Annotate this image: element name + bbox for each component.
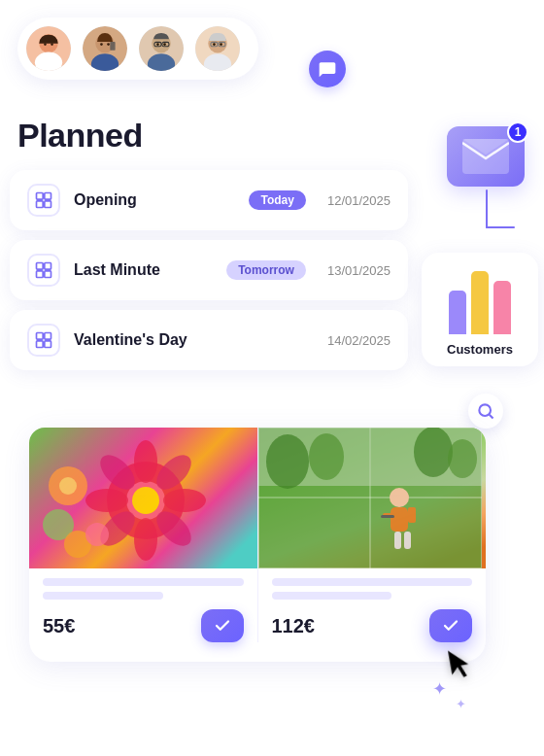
svg-rect-35 <box>45 271 51 278</box>
svg-point-22 <box>213 43 216 46</box>
svg-rect-38 <box>37 341 44 348</box>
svg-point-14 <box>156 43 159 46</box>
avatar-3 <box>136 23 187 74</box>
campaign-name-opening: Opening <box>74 191 235 209</box>
svg-point-67 <box>390 488 409 507</box>
svg-line-41 <box>490 415 493 419</box>
svg-point-15 <box>163 43 166 46</box>
svg-point-66 <box>448 439 477 478</box>
flowers-image <box>29 428 257 568</box>
campaign-icon-last-minute <box>27 254 60 287</box>
customers-chart <box>449 266 511 334</box>
badge-today: Today <box>249 190 305 210</box>
badge-tomorrow: Tomorrow <box>226 260 306 280</box>
sparkle-icon-2: ✦ <box>456 697 466 711</box>
chat-icon[interactable] <box>309 51 346 87</box>
sparkle-icon-1: ✦ <box>432 678 447 700</box>
line1 <box>43 578 244 586</box>
mail-badge: 1 <box>507 121 528 143</box>
product-card-tennis[interactable]: 112€ <box>258 428 487 642</box>
svg-point-45 <box>134 518 157 561</box>
svg-rect-28 <box>37 193 44 200</box>
customers-label: Customers <box>447 342 513 357</box>
line2 <box>43 592 163 600</box>
svg-rect-34 <box>37 271 44 278</box>
campaign-name-last-minute: Last Minute <box>74 261 213 279</box>
campaigns-list: Opening Today 12/01/2025 Last Minute Tom… <box>10 170 408 370</box>
svg-rect-70 <box>408 507 416 523</box>
campaign-date-last-minute: 13/01/2025 <box>327 263 391 278</box>
line1 <box>272 578 473 586</box>
campaign-card-last-minute[interactable]: Last Minute Tomorrow 13/01/2025 <box>10 240 408 300</box>
search-icon[interactable] <box>468 394 503 429</box>
campaign-icon-valentines <box>27 324 60 357</box>
bar-purple <box>449 291 466 334</box>
campaign-icon-opening <box>27 184 60 217</box>
bar-yellow <box>471 271 489 334</box>
svg-rect-72 <box>394 532 401 549</box>
svg-point-44 <box>134 440 157 483</box>
mail-connector-h <box>486 226 515 228</box>
svg-point-47 <box>163 489 206 512</box>
campaign-name-valentines: Valentine's Day <box>74 331 314 349</box>
svg-rect-29 <box>45 193 51 200</box>
svg-point-4 <box>51 43 53 46</box>
svg-point-65 <box>414 428 453 477</box>
svg-point-9 <box>107 43 110 46</box>
svg-point-64 <box>309 433 344 480</box>
svg-rect-31 <box>45 201 51 208</box>
customers-widget: Customers <box>422 253 538 366</box>
tennis-check-button[interactable] <box>429 609 472 642</box>
flowers-footer: 55€ <box>29 605 257 642</box>
svg-rect-32 <box>37 263 44 270</box>
svg-point-23 <box>220 43 222 46</box>
tennis-footer: 112€ <box>258 605 487 642</box>
svg-point-7 <box>91 53 119 74</box>
svg-point-46 <box>85 489 128 512</box>
campaign-date-valentines: 14/02/2025 <box>327 333 391 348</box>
tennis-lines <box>258 568 487 605</box>
svg-rect-71 <box>381 515 394 518</box>
mail-connector-v <box>486 189 488 228</box>
svg-point-57 <box>85 523 109 546</box>
svg-point-13 <box>148 53 175 74</box>
svg-point-8 <box>100 43 103 46</box>
svg-rect-68 <box>391 507 408 532</box>
avatars-row <box>17 17 258 80</box>
product-card-flowers[interactable]: 55€ <box>29 428 257 642</box>
svg-point-52 <box>132 487 159 514</box>
planned-title: Planned <box>17 117 143 155</box>
svg-point-54 <box>59 477 77 495</box>
svg-rect-10 <box>110 42 115 51</box>
tennis-image <box>258 428 487 568</box>
svg-rect-37 <box>45 333 51 340</box>
campaign-date-opening: 12/01/2025 <box>327 193 391 208</box>
flowers-check-button[interactable] <box>201 609 244 642</box>
avatar-1 <box>23 23 74 74</box>
svg-point-21 <box>204 53 231 74</box>
line2 <box>272 592 392 600</box>
bar-pink <box>493 281 511 334</box>
svg-rect-39 <box>45 341 51 348</box>
campaign-card-valentines[interactable]: Valentine's Day 14/02/2025 <box>10 310 408 370</box>
svg-point-2 <box>35 52 62 73</box>
main-container: 1 Planned Opening Today 12/01/2025 <box>0 0 544 756</box>
products-row: 55€ <box>29 428 486 642</box>
flowers-price: 55€ <box>43 615 75 637</box>
svg-rect-73 <box>404 532 411 549</box>
svg-point-3 <box>44 43 47 46</box>
campaign-card-opening[interactable]: Opening Today 12/01/2025 <box>10 170 408 230</box>
avatar-4 <box>192 23 243 74</box>
avatar-2 <box>80 23 130 74</box>
svg-rect-36 <box>37 333 44 340</box>
products-section: 55€ <box>29 428 486 662</box>
svg-rect-30 <box>37 201 44 208</box>
svg-point-40 <box>479 404 491 416</box>
tennis-price: 112€ <box>272 615 316 637</box>
flowers-lines <box>29 568 257 605</box>
svg-point-63 <box>266 434 309 489</box>
svg-rect-33 <box>45 263 51 270</box>
